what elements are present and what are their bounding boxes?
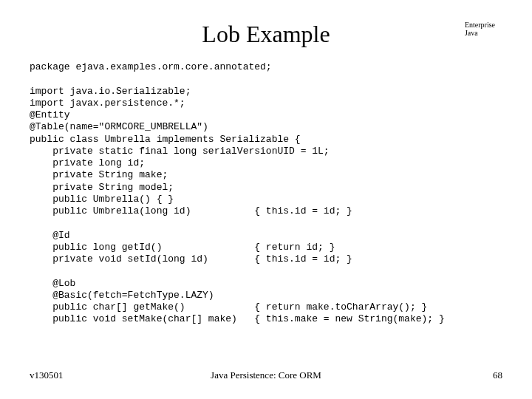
- corner-label: Enterprise Java: [465, 21, 495, 37]
- footer-page-number: 68: [493, 369, 502, 381]
- corner-line1: Enterprise: [465, 21, 495, 29]
- slide-title: Lob Example: [30, 21, 502, 48]
- code-block: package ejava.examples.orm.core.annotate…: [30, 61, 502, 326]
- footer-title: Java Persistence: Core ORM: [30, 369, 502, 381]
- footer: v130501 Java Persistence: Core ORM 68: [30, 369, 502, 381]
- corner-line2: Java: [465, 29, 495, 37]
- footer-version: v130501: [30, 369, 64, 381]
